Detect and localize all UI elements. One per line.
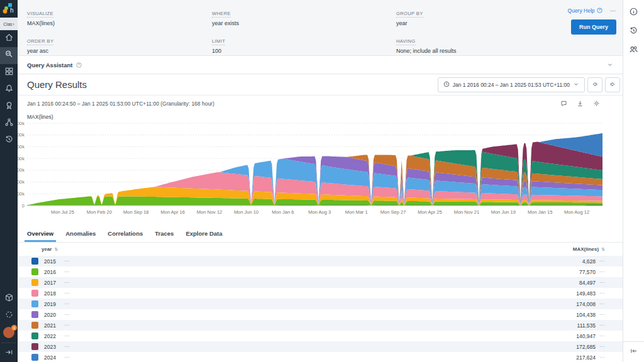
table-row[interactable]: 2019⋯174,008⋯: [18, 299, 623, 309]
download-button[interactable]: [577, 98, 584, 109]
field-order-by[interactable]: ORDER BY year asc: [27, 34, 212, 54]
row-menu-icon[interactable]: ⋯: [599, 333, 605, 339]
row-menu-icon[interactable]: ⋯: [64, 344, 70, 349]
sort-icon[interactable]: ⇅: [601, 247, 605, 252]
slo-badge-icon: [4, 101, 14, 112]
row-menu-icon[interactable]: ⋯: [599, 269, 605, 275]
sidebar-item-triggers[interactable]: [0, 81, 18, 98]
user-avatar[interactable]: 3: [3, 327, 14, 338]
query-help-link[interactable]: Query Help ?: [568, 8, 602, 14]
row-menu-icon[interactable]: ⋯: [64, 301, 70, 307]
row-menu-icon[interactable]: ⋯: [599, 290, 605, 296]
tab-overview[interactable]: Overview: [27, 230, 53, 242]
stacked-area-chart[interactable]: 0100k200k300k400k500k600k700kMon Jul 25M…: [18, 121, 615, 220]
table-row[interactable]: 2024⋯217,624⋯: [18, 352, 623, 362]
chart-settings-button[interactable]: [593, 98, 600, 109]
help-circle-icon: ?: [597, 8, 602, 14]
visualize-value[interactable]: MAX(lines): [27, 20, 212, 26]
query-assistant-bar[interactable]: Query Assistant ?: [18, 55, 623, 74]
sidebar-item-history[interactable]: [0, 132, 18, 149]
team-activity-button[interactable]: [626, 43, 641, 58]
comment-button[interactable]: [560, 98, 567, 109]
x-axis-tick-label: Mon Aug 3: [308, 209, 331, 215]
row-menu-icon[interactable]: ⋯: [64, 333, 70, 339]
tab-traces[interactable]: Traces: [155, 230, 174, 242]
sort-icon[interactable]: ⇅: [54, 247, 58, 252]
field-where[interactable]: WHERE year exists: [212, 6, 396, 26]
sidebar-item-datasets[interactable]: [0, 290, 18, 307]
row-menu-icon[interactable]: ⋯: [599, 354, 605, 360]
row-menu-icon[interactable]: ⋯: [599, 301, 605, 307]
history-clock-icon: [629, 26, 638, 38]
sidebar-item-home[interactable]: [0, 30, 18, 47]
max-lines-cell: 77,570: [579, 269, 596, 275]
column-header-max-lines[interactable]: MAX(lines): [573, 246, 599, 252]
x-axis-tick-label: Mon Nov 21: [454, 209, 479, 215]
series-color-swatch: [31, 343, 38, 350]
svg-text:?: ?: [599, 8, 601, 12]
sidebar-item-boards[interactable]: [0, 64, 18, 81]
sidebar-item-slos[interactable]: [0, 98, 18, 115]
sidebar-item-query[interactable]: [0, 47, 18, 64]
run-query-button[interactable]: Run Query: [571, 19, 616, 35]
row-menu-icon[interactable]: ⋯: [64, 258, 70, 264]
where-value[interactable]: year exists: [212, 20, 396, 26]
row-menu-icon[interactable]: ⋯: [64, 322, 70, 328]
table-row[interactable]: 2021⋯111,535⋯: [18, 320, 623, 331]
x-axis-tick-label: Mon Aug 12: [564, 209, 589, 215]
sidebar-item-service-map[interactable]: [0, 115, 18, 132]
tab-correlations[interactable]: Correlations: [108, 230, 143, 242]
max-lines-cell: 104,438: [576, 312, 596, 318]
table-row[interactable]: 2017⋯84,497⋯: [18, 277, 623, 288]
time-shift-forward-button[interactable]: [605, 77, 620, 92]
row-menu-icon[interactable]: ⋯: [599, 258, 605, 264]
field-visualize[interactable]: VISUALIZE MAX(lines): [27, 6, 212, 26]
x-axis-tick-label: Mon Nov 12: [197, 209, 222, 215]
environment-switcher[interactable]: Clas ›: [0, 18, 18, 30]
table-row[interactable]: 2018⋯149,483⋯: [18, 288, 623, 299]
row-menu-icon[interactable]: ⋯: [599, 280, 605, 285]
field-group-by[interactable]: GROUP BY year: [396, 6, 530, 26]
query-more-menu[interactable]: ⋯: [610, 8, 616, 14]
row-menu-icon[interactable]: ⋯: [64, 290, 70, 296]
results-table: year ⇅ MAX(lines) ⇅ 2015⋯4,628⋯2016⋯77,5…: [18, 243, 623, 362]
query-history-button[interactable]: [626, 24, 641, 39]
column-header-year[interactable]: year: [42, 246, 52, 252]
year-cell: 2022: [44, 333, 60, 339]
tab-anomalies[interactable]: Anomalies: [65, 230, 96, 242]
sidebar-item-status[interactable]: [0, 307, 18, 324]
y-axis-tick-label: 300k: [18, 167, 25, 173]
row-menu-icon[interactable]: ⋯: [64, 312, 70, 317]
table-row[interactable]: 2015⋯4,628⋯: [18, 256, 623, 266]
sidebar-expand-button[interactable]: [0, 345, 18, 362]
field-limit[interactable]: LIMIT 100: [212, 34, 396, 54]
assistant-expand-toggle[interactable]: [607, 59, 613, 70]
row-menu-icon[interactable]: ⋯: [599, 322, 605, 328]
x-axis-tick-label: Mon Sep 18: [123, 209, 148, 215]
group-by-value[interactable]: year: [396, 20, 530, 26]
details-panel-button[interactable]: [626, 5, 641, 20]
row-menu-icon[interactable]: ⋯: [599, 312, 605, 317]
row-menu-icon[interactable]: ⋯: [64, 280, 70, 285]
honeycomb-logo-icon[interactable]: h: [0, 0, 18, 18]
row-menu-icon[interactable]: ⋯: [599, 344, 605, 349]
time-range-selector[interactable]: Jan 1 2016 00:24 – Jan 1 2025 01:53 UTC+…: [438, 77, 585, 92]
field-having[interactable]: HAVING None; include all results: [396, 34, 530, 54]
comment-bubble-icon: [560, 98, 567, 109]
table-row[interactable]: 2020⋯104,438⋯: [18, 309, 623, 320]
order-by-value[interactable]: year asc: [27, 48, 212, 54]
limit-label: LIMIT: [212, 38, 225, 45]
table-row[interactable]: 2023⋯172,685⋯: [18, 341, 623, 352]
tab-explore-data[interactable]: Explore Data: [186, 230, 222, 242]
results-table-header: year ⇅ MAX(lines) ⇅: [18, 243, 623, 256]
row-menu-icon[interactable]: ⋯: [64, 269, 70, 275]
right-sidebar-collapse[interactable]: [623, 341, 644, 362]
row-menu-icon[interactable]: ⋯: [64, 354, 70, 360]
limit-value[interactable]: 100: [212, 48, 396, 54]
table-row[interactable]: 2016⋯77,570⋯: [18, 266, 623, 277]
table-row[interactable]: 2022⋯140,947⋯: [18, 331, 623, 341]
time-shift-back-button[interactable]: [587, 77, 602, 92]
series-color-swatch: [31, 322, 38, 329]
x-axis-tick-label: Mon Feb 20: [87, 209, 112, 215]
having-value[interactable]: None; include all results: [396, 48, 530, 54]
